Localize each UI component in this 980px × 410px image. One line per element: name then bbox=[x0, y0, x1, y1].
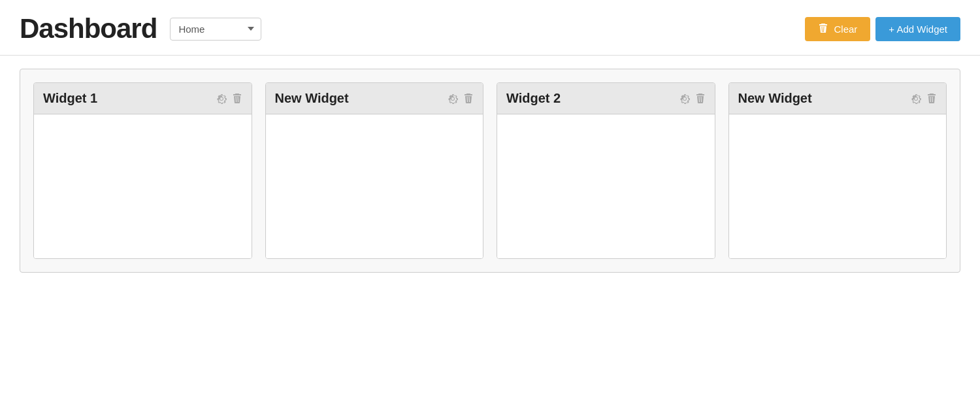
widget-body-3 bbox=[497, 114, 715, 258]
delete-icon-3[interactable] bbox=[695, 94, 706, 104]
widget-actions-4 bbox=[911, 94, 937, 104]
header-divider bbox=[0, 55, 980, 56]
widget-actions-2 bbox=[448, 94, 474, 104]
widget-body-1 bbox=[34, 114, 252, 258]
widget-header-2: New Widget bbox=[266, 83, 483, 114]
clear-button[interactable]: Clear bbox=[805, 17, 870, 41]
widget-header-1: Widget 1 bbox=[34, 83, 252, 114]
widget-title-4: New Widget bbox=[738, 91, 812, 106]
trash-icon bbox=[818, 24, 828, 34]
header-right: Clear + Add Widget bbox=[805, 17, 960, 41]
widget-header-3: Widget 2 bbox=[497, 83, 715, 114]
page-header: Dashboard Home Dashboard 2 Analytics Cle… bbox=[0, 0, 980, 55]
widget-card-4: New Widget bbox=[728, 82, 947, 259]
delete-icon-2[interactable] bbox=[463, 94, 474, 104]
page-title: Dashboard bbox=[20, 13, 157, 44]
widget-body-2 bbox=[266, 114, 483, 258]
settings-icon-4[interactable] bbox=[911, 94, 921, 104]
delete-icon-1[interactable] bbox=[232, 94, 242, 104]
settings-icon-1[interactable] bbox=[216, 94, 227, 104]
add-widget-label: + Add Widget bbox=[889, 24, 947, 35]
dashboard-area: Widget 1 New Widget bbox=[20, 69, 960, 273]
widget-actions-1 bbox=[216, 94, 242, 104]
widget-card-1: Widget 1 bbox=[33, 82, 252, 259]
settings-icon-2[interactable] bbox=[448, 94, 458, 104]
delete-icon-4[interactable] bbox=[926, 94, 937, 104]
add-widget-button[interactable]: + Add Widget bbox=[875, 17, 960, 41]
widgets-grid: Widget 1 New Widget bbox=[33, 82, 947, 259]
header-left: Dashboard Home Dashboard 2 Analytics bbox=[20, 13, 261, 44]
clear-label: Clear bbox=[834, 24, 857, 35]
widget-title-1: Widget 1 bbox=[43, 91, 97, 106]
widget-card-3: Widget 2 bbox=[497, 82, 715, 259]
widget-header-4: New Widget bbox=[729, 83, 947, 114]
widget-card-2: New Widget bbox=[265, 82, 484, 259]
settings-icon-3[interactable] bbox=[679, 94, 690, 104]
widget-body-4 bbox=[729, 114, 947, 258]
widget-actions-3 bbox=[679, 94, 706, 104]
widget-title-3: Widget 2 bbox=[506, 91, 561, 106]
dashboard-select[interactable]: Home Dashboard 2 Analytics bbox=[170, 18, 261, 41]
widget-title-2: New Widget bbox=[275, 91, 349, 106]
